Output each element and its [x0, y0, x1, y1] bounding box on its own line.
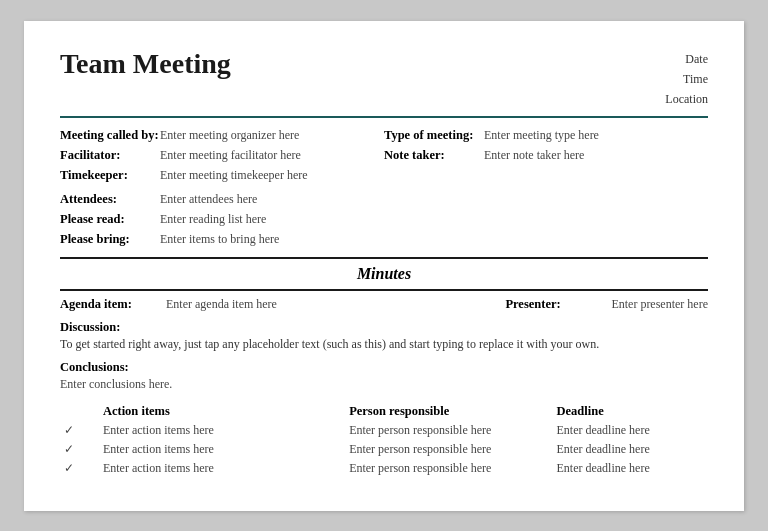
action-table: Action items Person responsible Deadline…	[60, 402, 708, 478]
timekeeper-row: Timekeeper: Enter meeting timekeeper her…	[60, 168, 384, 183]
action-table-header-row: Action items Person responsible Deadline	[60, 402, 708, 421]
facilitator-label: Facilitator:	[60, 148, 160, 163]
time-label: Time	[665, 69, 708, 89]
info-right-col: Type of meeting: Enter meeting type here…	[384, 128, 708, 188]
timekeeper-value: Enter meeting timekeeper here	[160, 168, 308, 183]
attendees-label: Attendees:	[60, 192, 160, 207]
minutes-top-divider	[60, 257, 708, 259]
please-bring-row: Please bring: Enter items to bring here	[60, 232, 708, 247]
check-col-header	[60, 402, 99, 421]
facilitator-row: Facilitator: Enter meeting facilitator h…	[60, 148, 384, 163]
action-cell: Enter action items here	[99, 440, 345, 459]
person-cell: Enter person responsible here	[345, 421, 552, 440]
action-table-row: ✓ Enter action items here Enter person r…	[60, 459, 708, 478]
date-label: Date	[665, 49, 708, 69]
discussion-label: Discussion:	[60, 320, 708, 335]
timekeeper-label: Timekeeper:	[60, 168, 160, 183]
location-label: Location	[665, 89, 708, 109]
attendees-section: Attendees: Enter attendees here Please r…	[60, 192, 708, 247]
action-table-row: ✓ Enter action items here Enter person r…	[60, 421, 708, 440]
please-read-value: Enter reading list here	[160, 212, 266, 227]
agenda-right: Presenter: Enter presenter here	[505, 297, 708, 312]
action-table-row: ✓ Enter action items here Enter person r…	[60, 440, 708, 459]
attendees-value: Enter attendees here	[160, 192, 257, 207]
please-read-row: Please read: Enter reading list here	[60, 212, 708, 227]
col-action-header: Action items	[99, 402, 345, 421]
discussion-text: To get started right away, just tap any …	[60, 337, 708, 352]
note-taker-label: Note taker:	[384, 148, 484, 163]
check-cell: ✓	[60, 440, 99, 459]
minutes-title: Minutes	[60, 265, 708, 283]
meeting-called-by-value: Enter meeting organizer here	[160, 128, 299, 143]
header-area: Team Meeting Date Time Location	[60, 49, 708, 110]
please-read-label: Please read:	[60, 212, 160, 227]
meeting-called-by-label: Meeting called by:	[60, 128, 160, 143]
agenda-item-label: Agenda item:	[60, 297, 160, 312]
please-bring-label: Please bring:	[60, 232, 160, 247]
conclusions-label: Conclusions:	[60, 360, 708, 375]
presenter-value: Enter presenter here	[611, 297, 708, 312]
agenda-row: Agenda item: Enter agenda item here Pres…	[60, 297, 708, 312]
col-person-header: Person responsible	[345, 402, 552, 421]
check-cell: ✓	[60, 421, 99, 440]
col-deadline-header: Deadline	[552, 402, 708, 421]
info-grid: Meeting called by: Enter meeting organiz…	[60, 128, 708, 188]
type-of-meeting-value: Enter meeting type here	[484, 128, 599, 143]
agenda-item-value: Enter agenda item here	[166, 297, 277, 312]
note-taker-row: Note taker: Enter note taker here	[384, 148, 708, 163]
date-time-location: Date Time Location	[665, 49, 708, 110]
type-of-meeting-label: Type of meeting:	[384, 128, 484, 143]
document-page: Team Meeting Date Time Location Meeting …	[24, 21, 744, 511]
conclusions-text: Enter conclusions here.	[60, 377, 708, 392]
action-cell: Enter action items here	[99, 459, 345, 478]
type-of-meeting-row: Type of meeting: Enter meeting type here	[384, 128, 708, 143]
facilitator-value: Enter meeting facilitator here	[160, 148, 301, 163]
agenda-left: Agenda item: Enter agenda item here	[60, 297, 277, 312]
person-cell: Enter person responsible here	[345, 440, 552, 459]
check-cell: ✓	[60, 459, 99, 478]
attendees-row: Attendees: Enter attendees here	[60, 192, 708, 207]
deadline-cell: Enter deadline here	[552, 421, 708, 440]
note-taker-value: Enter note taker here	[484, 148, 584, 163]
deadline-cell: Enter deadline here	[552, 440, 708, 459]
action-cell: Enter action items here	[99, 421, 345, 440]
presenter-label: Presenter:	[505, 297, 605, 312]
please-bring-value: Enter items to bring here	[160, 232, 279, 247]
meeting-called-by-row: Meeting called by: Enter meeting organiz…	[60, 128, 384, 143]
top-divider	[60, 116, 708, 118]
person-cell: Enter person responsible here	[345, 459, 552, 478]
action-table-body: ✓ Enter action items here Enter person r…	[60, 421, 708, 478]
document-title: Team Meeting	[60, 49, 231, 80]
deadline-cell: Enter deadline here	[552, 459, 708, 478]
minutes-bottom-divider	[60, 289, 708, 291]
info-left-col: Meeting called by: Enter meeting organiz…	[60, 128, 384, 188]
